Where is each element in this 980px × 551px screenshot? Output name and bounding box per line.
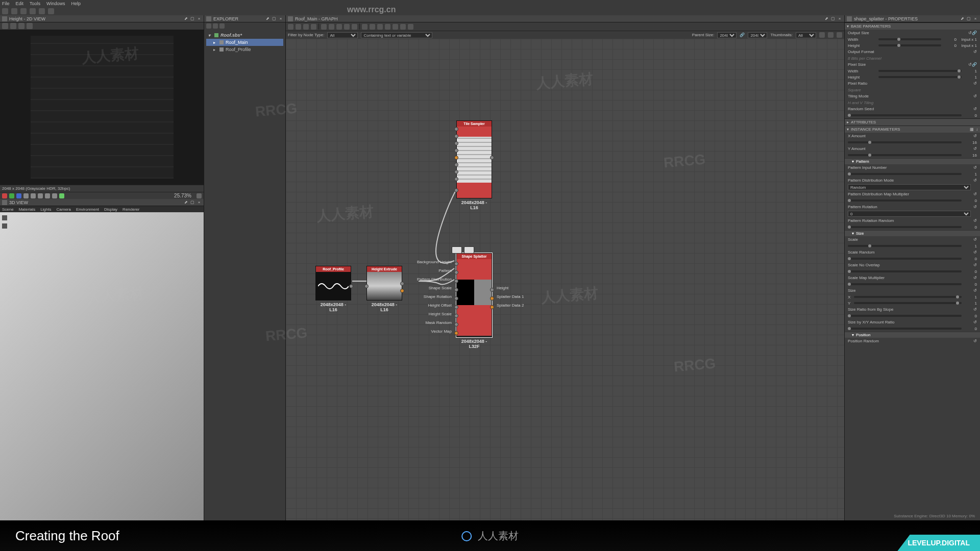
input-port[interactable]: [454, 270, 458, 274]
parent-size-select[interactable]: 2048: [717, 32, 737, 38]
input-port[interactable]: [364, 284, 369, 288]
menu-windows[interactable]: Windows: [46, 1, 65, 6]
close-icon[interactable]: ×: [973, 16, 978, 21]
redo-icon[interactable]: [48, 8, 54, 14]
tool-icon[interactable]: [370, 24, 375, 30]
input-port[interactable]: [454, 127, 458, 131]
pin-icon[interactable]: ⬈: [183, 16, 188, 21]
tree-item-roof-main[interactable]: ▸ Roof_Main: [206, 39, 283, 46]
input-port[interactable]: [454, 331, 458, 335]
tool-icon[interactable]: [400, 24, 406, 30]
undo-icon[interactable]: [39, 8, 45, 14]
tool-icon[interactable]: [336, 24, 342, 30]
reset-icon[interactable]: ↺: [973, 263, 977, 267]
link-icon[interactable]: 🔗: [972, 62, 977, 67]
chevron-right-icon[interactable]: ▸: [213, 47, 217, 52]
tree-root[interactable]: ▾ Roof.sbs*: [206, 32, 283, 39]
input-port[interactable]: [454, 141, 458, 145]
dock-icon[interactable]: ▢: [190, 16, 195, 21]
menu-renderer[interactable]: Renderer: [122, 207, 139, 211]
section-size[interactable]: ▾Size: [845, 230, 980, 236]
tile-icon[interactable]: [31, 193, 36, 198]
tool-icon[interactable]: [344, 24, 350, 30]
sort-icon[interactable]: [219, 23, 225, 29]
output-port[interactable]: [349, 284, 353, 288]
gear-icon[interactable]: [213, 23, 218, 29]
section-attributes[interactable]: ▸ATTRIBUTES: [845, 118, 980, 126]
slider-y-amount[interactable]: 16: [845, 152, 980, 158]
reset-icon[interactable]: ↺: [973, 339, 977, 343]
slider-scale-random[interactable]: 0: [845, 256, 980, 262]
reset-icon[interactable]: ↺: [973, 165, 977, 170]
view2d-canvas[interactable]: [0, 30, 204, 185]
reset-icon[interactable]: ↺: [973, 288, 977, 293]
grid-icon[interactable]: [23, 193, 29, 198]
menu-materials[interactable]: Materials: [19, 207, 35, 211]
slider-size-ratio-slope[interactable]: 0: [845, 313, 980, 319]
input-port[interactable]: [454, 296, 458, 300]
graph-canvas[interactable]: Roof_Profile 2048x2048 - L16 Height Extr…: [286, 39, 844, 551]
reset-icon[interactable]: ↺: [973, 205, 977, 209]
reset-icon[interactable]: ↺: [973, 276, 977, 280]
output-port[interactable]: [490, 296, 494, 300]
input-port[interactable]: [454, 148, 458, 153]
view-icon[interactable]: [837, 32, 842, 38]
pin-2d-icon[interactable]: [452, 246, 462, 254]
tool-icon[interactable]: [296, 24, 301, 30]
tree-item-roof-profile[interactable]: ▸ Roof_Profile: [206, 46, 283, 53]
ruler-icon[interactable]: [52, 193, 57, 198]
reset-icon[interactable]: ↺: [973, 178, 977, 183]
section-base-parameters[interactable]: ▾BASE PARAMETERS: [845, 22, 980, 30]
reset-icon[interactable]: ↺: [973, 49, 977, 54]
channel-b-icon[interactable]: [16, 193, 21, 198]
prop-seed[interactable]: 0: [845, 112, 980, 118]
tool-icon[interactable]: [408, 24, 413, 30]
tool-icon[interactable]: [352, 24, 357, 30]
tool-icon[interactable]: [377, 24, 383, 30]
link-icon[interactable]: 🔗: [740, 33, 745, 37]
chevron-right-icon[interactable]: ▸: [213, 40, 217, 45]
pin-icon[interactable]: ⬈: [265, 16, 270, 21]
menu-scene[interactable]: Scene: [2, 207, 14, 211]
input-port[interactable]: [454, 177, 458, 181]
input-port[interactable]: [454, 134, 458, 138]
slider-x-amount[interactable]: 16: [845, 139, 980, 145]
tool-icon[interactable]: [288, 24, 293, 30]
section-pattern[interactable]: ▾Pattern: [845, 158, 980, 164]
open-icon[interactable]: [20, 8, 27, 14]
tool-icon[interactable]: [311, 24, 316, 30]
output-port[interactable]: [400, 282, 404, 286]
reset-icon[interactable]: ↺: [973, 250, 977, 255]
slider-scale-noovl[interactable]: 0: [845, 268, 980, 274]
node-tile-sampler[interactable]: Tile Sampler 2048x2048 - L16: [456, 120, 492, 198]
slider-size-x[interactable]: X1: [845, 294, 980, 300]
input-port[interactable]: [454, 279, 458, 283]
tool-icon[interactable]: [10, 23, 16, 29]
link-icon[interactable]: 🔗: [972, 31, 977, 35]
menu-environment[interactable]: Environment: [76, 207, 99, 211]
light-icon[interactable]: [2, 223, 7, 229]
reset-icon[interactable]: ↺: [968, 31, 972, 35]
menu-lights[interactable]: Lights: [40, 207, 51, 211]
reset-icon[interactable]: ↺: [973, 107, 977, 111]
reset-icon[interactable]: ↺: [973, 94, 977, 98]
output-port[interactable]: [490, 156, 494, 160]
filter-type-select[interactable]: All: [327, 32, 358, 38]
section-position[interactable]: ▾Position: [845, 332, 980, 338]
slider-pattern-rot-rand[interactable]: 0: [845, 224, 980, 230]
input-port[interactable]: [454, 262, 458, 266]
filter-contain-select[interactable]: Containing text or variable: [361, 32, 432, 38]
prop-height[interactable]: Height0Input x 1: [845, 42, 980, 48]
slider-size-ratio-xy[interactable]: 0: [845, 325, 980, 332]
view3d-canvas[interactable]: [0, 212, 204, 544]
action-icon[interactable]: ▦: [970, 127, 974, 132]
tool-icon[interactable]: [329, 24, 334, 30]
tool-icon[interactable]: [27, 23, 33, 29]
input-port[interactable]: [454, 322, 458, 327]
prop-width[interactable]: Width0Input x 1: [845, 36, 980, 42]
prop-pixel-height[interactable]: Height1: [845, 74, 980, 80]
close-icon[interactable]: ×: [278, 16, 283, 21]
lock-icon[interactable]: [197, 193, 202, 198]
reset-icon[interactable]: ↺: [973, 237, 977, 242]
reset-icon[interactable]: ↺: [968, 62, 972, 67]
